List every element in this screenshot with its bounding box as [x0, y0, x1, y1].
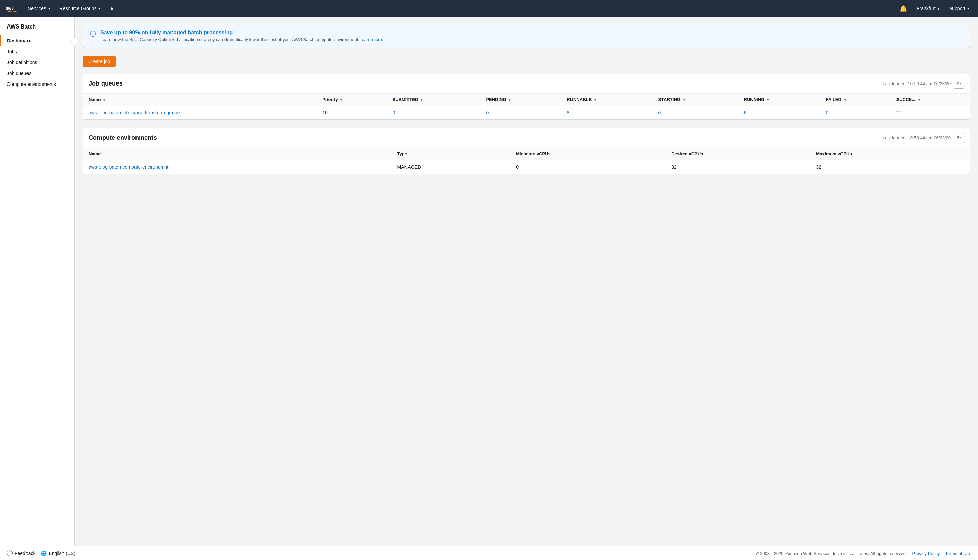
job-queues-refresh-button[interactable]: ↻: [953, 79, 964, 88]
feedback-label: Feedback: [15, 550, 35, 556]
sidebar-item-compute-environments[interactable]: Compute environments: [0, 79, 74, 90]
compute-environments-last-loaded: Last loaded: 10:50:44 am 06/23/20: [883, 135, 951, 140]
compute-environments-section: Compute environments Last loaded: 10:50:…: [83, 128, 970, 174]
col-running[interactable]: RUNNING ▾: [739, 94, 820, 106]
aws-logo-container: aws: [5, 4, 19, 13]
ce-col-min-vcpus[interactable]: Minimum vCPUs: [511, 148, 666, 160]
feedback-button[interactable]: 💬 Feedback: [7, 550, 35, 556]
col-submitted[interactable]: SUBMITTED ▾: [387, 94, 481, 106]
sidebar-nav: Dashboard Jobs Job definitions Job queue…: [0, 35, 74, 90]
job-queues-section: Job queues Last loaded: 10:50:44 am 06/2…: [83, 73, 970, 120]
info-banner-content: Save up to 90% on fully managed batch pr…: [100, 30, 383, 42]
sidebar-collapse-button[interactable]: ‹: [70, 37, 78, 45]
services-button[interactable]: Services: [25, 4, 53, 13]
ce-type-cell: MANAGED: [392, 160, 511, 174]
main-content: ⓘ Save up to 90% on fully managed batch …: [75, 17, 978, 546]
queue-name-cell: aws-blog-batch-job-image-transform-queue: [83, 106, 317, 120]
footer: 💬 Feedback 🌐 English (US) © 2008 - 2020,…: [0, 546, 978, 560]
main-layout: AWS Batch ‹ Dashboard Jobs Job definitio…: [0, 17, 978, 546]
sidebar-title: AWS Batch: [0, 24, 74, 35]
col-starting[interactable]: STARTING ▾: [653, 94, 738, 106]
sidebar-link-job-queues[interactable]: Job queues: [0, 68, 74, 79]
compute-environments-header-row: Name Type Minimum vCPUs Desired vCPUs Ma…: [83, 148, 970, 160]
col-priority[interactable]: Priority ▾: [317, 94, 387, 106]
submitted-sort-icon: ▾: [421, 98, 422, 102]
compute-environments-meta: Last loaded: 10:50:44 am 06/23/20 ↻: [883, 133, 964, 143]
ce-col-max-vcpus[interactable]: Maximum vCPUs: [811, 148, 970, 160]
runnable-sort-icon: ▾: [594, 98, 596, 102]
compute-environments-header: Compute environments Last loaded: 10:50:…: [83, 128, 970, 148]
sidebar-link-compute-environments[interactable]: Compute environments: [0, 79, 74, 90]
ce-name-link[interactable]: aws-blog-batch-compute-environemnt: [88, 164, 169, 170]
compute-environments-table-wrapper: Name Type Minimum vCPUs Desired vCPUs Ma…: [83, 148, 970, 174]
priority-sort-icon: ▾: [340, 98, 342, 102]
succeeded-sort-icon: ▾: [918, 98, 920, 102]
job-queues-last-loaded: Last loaded: 10:50:44 am 06/23/20: [883, 81, 951, 86]
ce-min-vcpus-cell: 0: [511, 160, 666, 174]
info-banner-body: Learn how the Spot Capacity Optimized al…: [100, 37, 383, 42]
job-queues-table-wrapper: Name ▾ Priority ▾ SUBMITTED ▾ PENDING ▾ …: [83, 94, 970, 120]
support-button[interactable]: Support: [945, 4, 973, 13]
queue-priority-cell: 10: [317, 106, 387, 120]
job-queues-meta: Last loaded: 10:50:44 am 06/23/20 ↻: [883, 79, 964, 88]
queue-name-link[interactable]: aws-blog-batch-job-image-transform-queue: [88, 110, 180, 115]
compute-environments-table-body: aws-blog-batch-compute-environemnt MANAG…: [83, 160, 970, 174]
col-runnable[interactable]: RUNNABLE ▾: [561, 94, 653, 106]
compute-environments-refresh-button[interactable]: ↻: [953, 133, 964, 143]
region-button[interactable]: Frankfurt: [913, 4, 943, 13]
failed-sort-icon: ▾: [844, 98, 846, 102]
col-succeeded[interactable]: SUCCE... ▾: [891, 94, 970, 106]
ce-col-name[interactable]: Name: [83, 148, 392, 160]
notifications-button[interactable]: 🔔: [896, 3, 910, 14]
sidebar-link-job-definitions[interactable]: Job definitions: [0, 57, 74, 68]
footer-left: 💬 Feedback 🌐 English (US): [7, 550, 75, 556]
feedback-chat-icon: 💬: [7, 550, 13, 556]
top-nav: aws Services Resource Groups ★ 🔔 Frankfu…: [0, 0, 978, 17]
sidebar: AWS Batch ‹ Dashboard Jobs Job definitio…: [0, 17, 75, 546]
compute-environments-table: Name Type Minimum vCPUs Desired vCPUs Ma…: [83, 148, 970, 174]
footer-right: © 2008 - 2020, Amazon Web Services, Inc.…: [756, 551, 971, 556]
col-name[interactable]: Name ▾: [83, 94, 317, 106]
queue-succeeded-cell: 12: [891, 106, 970, 120]
ce-col-desired-vcpus[interactable]: Desired vCPUs: [666, 148, 811, 160]
language-button[interactable]: 🌐 English (US): [41, 550, 75, 556]
queue-failed-cell: 0: [820, 106, 891, 120]
table-row: aws-blog-batch-compute-environemnt MANAG…: [83, 160, 970, 174]
sidebar-item-job-queues[interactable]: Job queues: [0, 68, 74, 79]
pin-button[interactable]: ★: [106, 4, 117, 13]
col-failed[interactable]: FAILED ▾: [820, 94, 891, 106]
sidebar-item-jobs[interactable]: Jobs: [0, 46, 74, 57]
sidebar-item-job-definitions[interactable]: Job definitions: [0, 57, 74, 68]
queue-submitted-cell: 0: [387, 106, 481, 120]
job-queues-title: Job queues: [88, 80, 123, 87]
info-banner-link[interactable]: Learn more.: [359, 37, 383, 42]
job-queues-table-body: aws-blog-batch-job-image-transform-queue…: [83, 106, 970, 120]
starting-sort-icon: ▾: [683, 98, 685, 102]
language-label: English (US): [48, 550, 75, 556]
ce-col-type[interactable]: Type: [392, 148, 511, 160]
sidebar-link-dashboard[interactable]: Dashboard: [0, 35, 74, 46]
info-banner-headline: Save up to 90% on fully managed batch pr…: [100, 30, 383, 36]
running-sort-icon: ▾: [767, 98, 769, 102]
pending-sort-icon: ▾: [509, 98, 511, 102]
queue-running-cell: 6: [739, 106, 820, 120]
ce-max-vcpus-cell: 32: [811, 160, 970, 174]
terms-of-use-link[interactable]: Terms of Use: [945, 551, 971, 556]
queue-starting-cell: 0: [653, 106, 738, 120]
info-banner: ⓘ Save up to 90% on fully managed batch …: [83, 24, 970, 48]
aws-logo-svg: aws: [5, 4, 19, 13]
job-queues-header: Job queues Last loaded: 10:50:44 am 06/2…: [83, 74, 970, 94]
sidebar-item-dashboard[interactable]: Dashboard: [0, 35, 74, 46]
queue-pending-cell: 0: [481, 106, 561, 120]
queue-runnable-cell: 8: [561, 106, 653, 120]
compute-environments-title: Compute environments: [88, 134, 157, 142]
create-job-button[interactable]: Create job: [83, 56, 116, 67]
name-sort-icon: ▾: [103, 98, 105, 102]
ce-desired-vcpus-cell: 32: [666, 160, 811, 174]
resource-groups-button[interactable]: Resource Groups: [56, 4, 104, 13]
copyright-text: © 2008 - 2020, Amazon Web Services, Inc.…: [756, 551, 907, 556]
globe-icon: 🌐: [41, 550, 47, 556]
col-pending[interactable]: PENDING ▾: [481, 94, 561, 106]
sidebar-link-jobs[interactable]: Jobs: [0, 46, 74, 57]
privacy-policy-link[interactable]: Privacy Policy: [913, 551, 940, 556]
